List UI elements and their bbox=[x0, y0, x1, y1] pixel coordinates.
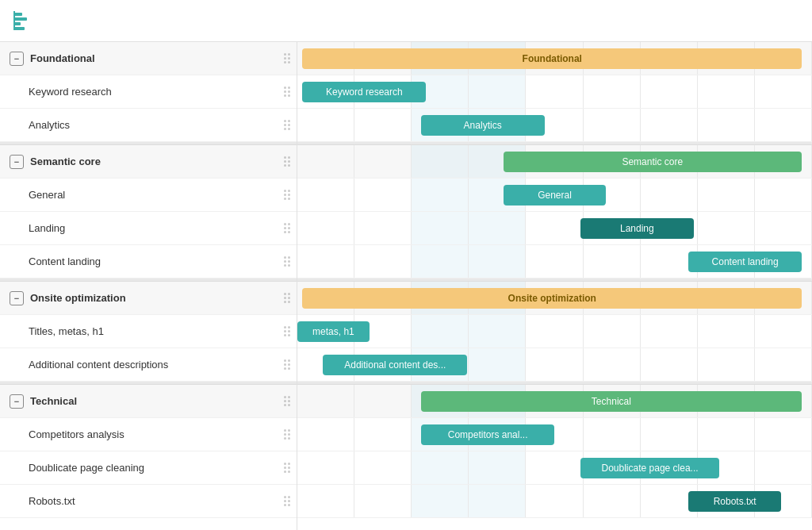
gantt-col-5 bbox=[584, 179, 641, 211]
gantt-chart[interactable]: Foundational Keyword research Analytics bbox=[297, 42, 812, 530]
sidebar-group-label-technical: Technical bbox=[30, 395, 281, 407]
gantt-col-2 bbox=[412, 145, 469, 178]
gantt-col-4 bbox=[526, 282, 583, 314]
collapse-icon-foundational[interactable]: − bbox=[10, 52, 24, 66]
gantt-col-5 bbox=[584, 212, 641, 244]
sidebar-row-content-landing[interactable]: Content landing bbox=[0, 245, 297, 278]
sidebar-row-label-competitors-analysis: Competitors analysis bbox=[29, 428, 281, 440]
gantt-bar-container-competitors-analysis: Competitors anal... bbox=[297, 418, 812, 451]
sidebar-row-analytics[interactable]: Analytics bbox=[0, 109, 297, 142]
gantt-col-7 bbox=[698, 75, 755, 108]
sidebar-row-competitors-analysis[interactable]: Competitors analysis bbox=[0, 418, 297, 451]
sidebar-group-onsite-optimization[interactable]: − Onsite optimization bbox=[0, 282, 297, 315]
collapse-icon-onsite-optimization[interactable]: − bbox=[10, 291, 24, 305]
gantt-col-8 bbox=[755, 282, 812, 314]
drag-handle-keyword-research[interactable] bbox=[284, 86, 290, 97]
gantt-grid bbox=[297, 315, 812, 348]
sidebar-group-label-onsite-optimization: Onsite optimization bbox=[30, 292, 281, 304]
collapse-icon-semantic-core[interactable]: − bbox=[10, 155, 24, 169]
gantt-bar-container-onsite-optimization: Onsite optimization bbox=[297, 282, 812, 314]
gantt-col-8 bbox=[755, 42, 812, 75]
gantt-col-4 bbox=[526, 315, 583, 348]
drag-handle-content-landing[interactable] bbox=[284, 256, 290, 267]
gantt-col-7 bbox=[698, 485, 755, 517]
sidebar-row-label-doublicate-page: Doublicate page cleaning bbox=[29, 462, 281, 474]
gantt-col-2 bbox=[412, 75, 469, 108]
drag-handle-additional-content[interactable] bbox=[284, 359, 290, 370]
sidebar-row-keyword-research[interactable]: Keyword research bbox=[0, 75, 297, 109]
gantt-col-4 bbox=[526, 145, 583, 178]
drag-handle-group-onsite-optimization[interactable] bbox=[284, 293, 290, 303]
gantt-col-2 bbox=[412, 42, 469, 75]
gantt-col-7 bbox=[698, 451, 755, 484]
drag-handle-group-semantic-core[interactable] bbox=[284, 156, 290, 167]
gantt-col-8 bbox=[755, 212, 812, 244]
sidebar-row-robots[interactable]: Robots.txt bbox=[0, 485, 297, 518]
sidebar-row-landing[interactable]: Landing bbox=[0, 212, 297, 245]
drag-handle-titles-metas[interactable] bbox=[284, 326, 290, 336]
drag-handle-competitors-analysis[interactable] bbox=[284, 429, 290, 440]
gantt-col-2 bbox=[412, 385, 469, 417]
gantt-row-additional-content: Additional content des... bbox=[297, 348, 812, 382]
sidebar-group-technical[interactable]: − Technical bbox=[0, 385, 297, 418]
gantt-bar-additional-content: Additional content des... bbox=[323, 355, 467, 375]
drag-handle-group-technical[interactable] bbox=[284, 396, 290, 406]
gantt-group-row-foundational: Foundational bbox=[297, 42, 812, 75]
gantt-grid bbox=[297, 282, 812, 314]
drag-handle-robots[interactable] bbox=[284, 496, 290, 506]
gantt-col-6 bbox=[641, 485, 698, 517]
sidebar-row-doublicate-page[interactable]: Doublicate page cleaning bbox=[0, 451, 297, 485]
sidebar-row-additional-content[interactable]: Additional content descriptions bbox=[0, 348, 297, 382]
gantt-col-2 bbox=[412, 179, 469, 211]
svg-rect-2 bbox=[14, 22, 21, 25]
gantt-grid bbox=[297, 75, 812, 108]
drag-handle-doublicate-page[interactable] bbox=[284, 463, 290, 473]
sidebar-row-general[interactable]: General bbox=[0, 179, 297, 212]
sidebar-group-foundational[interactable]: − Foundational bbox=[0, 42, 297, 75]
gantt-col-4 bbox=[526, 42, 583, 75]
gantt-bar-keyword-research: Keyword research bbox=[302, 82, 426, 102]
gantt-col-4 bbox=[526, 485, 583, 517]
svg-rect-3 bbox=[14, 27, 25, 30]
gantt-grid bbox=[297, 42, 812, 75]
gantt-col-4 bbox=[526, 109, 583, 141]
sidebar-row-titles-metas[interactable]: Titles, metas, h1 bbox=[0, 315, 297, 348]
drag-handle-landing[interactable] bbox=[284, 223, 290, 233]
gantt-bar-container-content-landing: Content landing bbox=[297, 245, 812, 278]
gantt-col-0 bbox=[297, 348, 354, 381]
gantt-bar-container-keyword-research: Keyword research bbox=[297, 75, 812, 108]
sidebar-group-label-foundational: Foundational bbox=[30, 52, 281, 64]
gantt-col-6 bbox=[641, 75, 698, 108]
gantt-bar-container-landing: Landing bbox=[297, 212, 812, 244]
gantt-col-2 bbox=[412, 315, 469, 348]
drag-handle-analytics[interactable] bbox=[284, 120, 290, 130]
gantt-bar-analytics: Analytics bbox=[421, 115, 545, 136]
gantt-group-row-technical: Technical bbox=[297, 385, 812, 418]
gantt-col-8 bbox=[755, 485, 812, 517]
gantt-bar-general: General bbox=[504, 185, 607, 205]
gantt-col-3 bbox=[469, 485, 526, 517]
gantt-col-4 bbox=[526, 75, 583, 108]
gantt-col-3 bbox=[469, 282, 526, 314]
drag-handle-group-foundational[interactable] bbox=[284, 53, 290, 63]
gantt-col-4 bbox=[526, 245, 583, 278]
gantt-col-5 bbox=[584, 418, 641, 451]
gantt-col-0 bbox=[297, 418, 354, 451]
gantt-col-7 bbox=[698, 245, 755, 278]
drag-handle-general[interactable] bbox=[284, 190, 290, 200]
gantt-bar-foundational: Foundational bbox=[302, 48, 802, 69]
gantt-col-3 bbox=[469, 385, 526, 417]
gantt-col-7 bbox=[698, 418, 755, 451]
collapse-icon-technical[interactable]: − bbox=[10, 394, 24, 409]
gantt-grid bbox=[297, 485, 812, 517]
gantt-col-0 bbox=[297, 485, 354, 517]
gantt-col-8 bbox=[755, 315, 812, 348]
gantt-col-7 bbox=[698, 348, 755, 381]
sidebar-row-label-robots: Robots.txt bbox=[29, 495, 281, 507]
gantt-col-8 bbox=[755, 245, 812, 278]
gantt-col-6 bbox=[641, 315, 698, 348]
gantt-col-6 bbox=[641, 282, 698, 314]
sidebar-group-semantic-core[interactable]: − Semantic core bbox=[0, 145, 297, 179]
gantt-col-8 bbox=[755, 385, 812, 417]
gantt-col-5 bbox=[584, 145, 641, 178]
